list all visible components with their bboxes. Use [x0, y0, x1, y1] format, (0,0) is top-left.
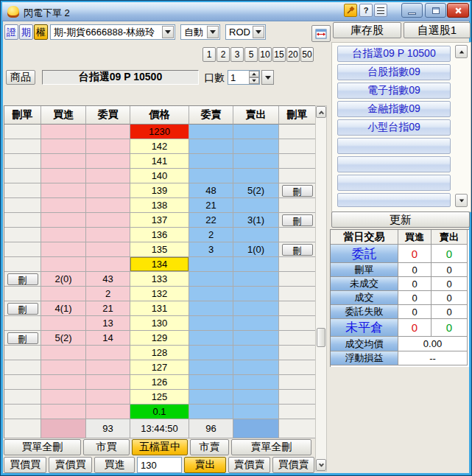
- ladder-ask-volume-cell[interactable]: 22: [189, 213, 233, 228]
- ladder-bid-volume-cell[interactable]: [86, 125, 130, 139]
- watchlist-scroll-down-button[interactable]: [455, 194, 468, 207]
- ladder-sell-cell[interactable]: 3(1): [233, 213, 279, 228]
- ladder-ask-volume-cell[interactable]: 21: [189, 198, 233, 213]
- ladder-bid-volume-cell[interactable]: [86, 375, 130, 390]
- ladder-price-cell[interactable]: 133: [130, 272, 189, 287]
- sell-at-ask-button[interactable]: 賣價賣: [228, 457, 270, 473]
- qty-preset-1[interactable]: 1: [202, 47, 216, 62]
- qty-dropdown-button[interactable]: [261, 70, 274, 85]
- ladder-sell-cell[interactable]: [233, 390, 279, 405]
- ladder-ask-volume-cell[interactable]: 48: [189, 183, 233, 198]
- ladder-bid-volume-cell[interactable]: 2: [86, 287, 130, 301]
- ladder-buy-cell[interactable]: [41, 405, 86, 419]
- ladder-buy-cell[interactable]: [41, 390, 86, 405]
- ladder-bid-volume-cell[interactable]: [86, 139, 130, 154]
- watchlist-item[interactable]: 小型台指09: [337, 119, 451, 136]
- watchlist-item-empty[interactable]: [337, 193, 451, 207]
- qty-preset-2[interactable]: 2: [216, 47, 230, 62]
- ladder-price-cell[interactable]: 142: [130, 139, 189, 154]
- ladder-sell-cell[interactable]: [233, 272, 279, 287]
- quantity-stepper[interactable]: 1: [228, 70, 260, 85]
- watchlist-item-empty[interactable]: [337, 175, 451, 191]
- ladder-buy-cell[interactable]: 5(2): [41, 331, 86, 346]
- help-button[interactable]: ?: [359, 4, 373, 17]
- ladder-sell-cell[interactable]: [233, 346, 279, 360]
- cancel-order-button[interactable]: 刪: [7, 273, 38, 285]
- ladder-ask-volume-cell[interactable]: [189, 390, 233, 405]
- ladder-buy-cell[interactable]: [41, 125, 86, 139]
- cancel-order-button[interactable]: 刪: [282, 214, 313, 226]
- ladder-sell-cell[interactable]: [233, 375, 279, 390]
- ladder-sell-cell[interactable]: 1(0): [233, 242, 279, 257]
- cancel-all-buys-button[interactable]: 買單全刪: [4, 439, 81, 455]
- ladder-price-cell[interactable]: 135: [130, 242, 189, 257]
- qty-preset-15[interactable]: 15: [272, 47, 286, 62]
- ladder-price-cell[interactable]: 130: [130, 316, 189, 331]
- ladder-ask-volume-cell[interactable]: 3: [189, 242, 233, 257]
- ladder-buy-cell[interactable]: [41, 213, 86, 228]
- ladder-buy-cell[interactable]: [41, 346, 86, 360]
- ladder-ask-volume-cell[interactable]: [189, 272, 233, 287]
- watchlist-scroll-up-button[interactable]: [455, 45, 468, 58]
- ladder-price-cell[interactable]: 140: [130, 169, 189, 183]
- watchlist-tab-button[interactable]: 自選股1: [404, 22, 471, 38]
- ladder-buy-cell[interactable]: [41, 139, 86, 154]
- ladder-sell-cell[interactable]: 5(2): [233, 183, 279, 198]
- ladder-bid-volume-cell[interactable]: 43: [86, 272, 130, 287]
- ladder-price-cell[interactable]: 125: [130, 390, 189, 405]
- ladder-bid-volume-cell[interactable]: [86, 183, 130, 198]
- ladder-bid-volume-cell[interactable]: [86, 257, 130, 272]
- ladder-buy-cell[interactable]: [41, 242, 86, 257]
- watchlist-item[interactable]: 金融指數09: [337, 101, 451, 117]
- ladder-sell-cell[interactable]: [233, 405, 279, 419]
- ladder-bid-volume-cell[interactable]: 13: [86, 316, 130, 331]
- scrollbar-thumb[interactable]: [317, 328, 325, 347]
- ladder-price-cell[interactable]: 132: [130, 287, 189, 301]
- center-five-levels-button[interactable]: 五檔置中: [132, 439, 188, 455]
- ladder-price-cell[interactable]: 131: [130, 301, 189, 316]
- pin-button[interactable]: [344, 4, 357, 17]
- ladder-sell-cell[interactable]: [233, 198, 279, 213]
- menu-button[interactable]: [374, 4, 387, 17]
- ladder-bid-volume-cell[interactable]: [86, 154, 130, 169]
- scroll-down-button[interactable]: [316, 459, 326, 471]
- ladder-price-cell[interactable]: 139: [130, 183, 189, 198]
- ladder-buy-cell[interactable]: [41, 360, 86, 375]
- ladder-scrollbar[interactable]: [315, 105, 327, 472]
- qty-down-button[interactable]: [249, 77, 259, 84]
- ladder-ask-volume-cell[interactable]: [189, 375, 233, 390]
- buy-at-bid-button[interactable]: 買價買: [4, 457, 46, 473]
- ladder-sell-cell[interactable]: [233, 154, 279, 169]
- cancel-order-button[interactable]: 刪: [282, 185, 313, 197]
- ladder-price-cell[interactable]: 137: [130, 213, 189, 228]
- watchlist-item[interactable]: 電子指數09: [337, 83, 451, 99]
- ladder-sell-cell[interactable]: [233, 257, 279, 272]
- tab-securities[interactable]: 證: [4, 24, 18, 40]
- ladder-ask-volume-cell[interactable]: 2: [189, 228, 233, 242]
- qty-preset-20[interactable]: 20: [286, 47, 300, 62]
- watchlist-item[interactable]: 台股指數09: [337, 64, 451, 80]
- ladder-price-cell[interactable]: 141: [130, 154, 189, 169]
- watchlist-item[interactable]: 台指選09 P 10500: [337, 46, 451, 62]
- product-button[interactable]: 商品: [6, 70, 35, 85]
- ladder-price-cell[interactable]: 136: [130, 228, 189, 242]
- price-input[interactable]: [137, 457, 182, 473]
- ladder-buy-cell[interactable]: [41, 228, 86, 242]
- ladder-ask-volume-cell[interactable]: [189, 257, 233, 272]
- ladder-buy-cell[interactable]: [41, 287, 86, 301]
- ladder-bid-volume-cell[interactable]: [86, 390, 130, 405]
- scroll-up-button[interactable]: [316, 106, 326, 118]
- ladder-ask-volume-cell[interactable]: [189, 405, 233, 419]
- market-sell-button[interactable]: 市賣: [190, 439, 229, 455]
- ladder-bid-volume-cell[interactable]: [86, 360, 130, 375]
- dropdown-arrow-icon[interactable]: [207, 26, 219, 38]
- account-dropdown[interactable]: 期-期貨6666888-林緻玲: [50, 24, 175, 40]
- buy-button[interactable]: 買進: [94, 457, 135, 473]
- panel-toggle-button[interactable]: [311, 25, 331, 42]
- ladder-price-cell[interactable]: 1230: [130, 125, 189, 139]
- ladder-bid-volume-cell[interactable]: 14: [86, 331, 130, 346]
- ladder-buy-cell[interactable]: 2(0): [41, 272, 86, 287]
- ladder-ask-volume-cell[interactable]: [189, 346, 233, 360]
- ladder-ask-volume-cell[interactable]: [189, 360, 233, 375]
- ladder-bid-volume-cell[interactable]: [86, 228, 130, 242]
